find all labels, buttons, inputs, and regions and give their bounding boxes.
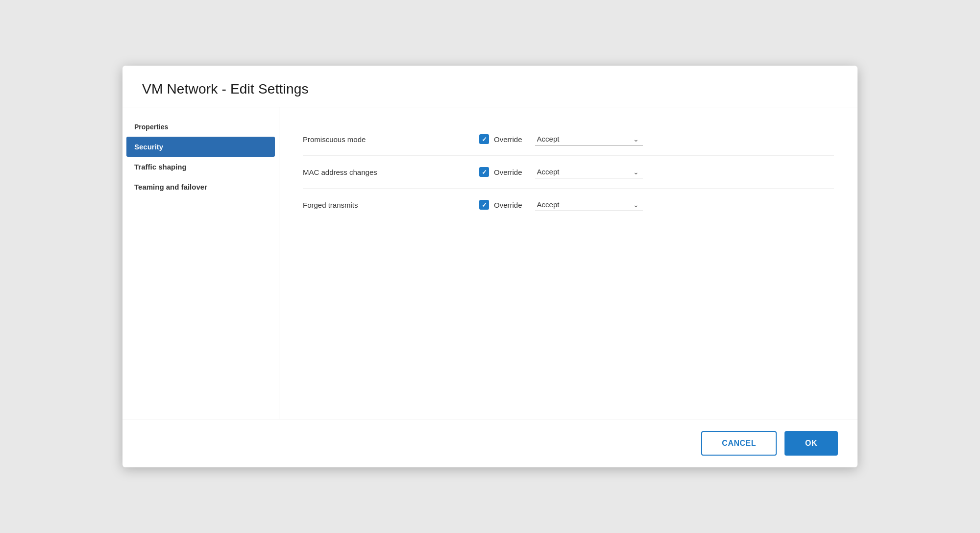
- promiscuous-mode-select-wrapper: Accept Reject ⌄: [535, 133, 643, 145]
- mac-address-changes-checkbox[interactable]: ✓: [479, 167, 489, 177]
- forged-transmits-select-wrapper: Accept Reject ⌄: [535, 198, 643, 211]
- forged-transmits-checkbox[interactable]: ✓: [479, 200, 489, 210]
- sidebar-item-security[interactable]: Security: [126, 137, 275, 157]
- sidebar: Properties Security Traffic shaping Team…: [122, 107, 279, 419]
- edit-settings-dialog: VM Network - Edit Settings Properties Se…: [122, 66, 858, 467]
- mac-address-changes-label: MAC address changes: [303, 168, 440, 176]
- cancel-button[interactable]: CANCEL: [701, 431, 777, 456]
- forged-transmits-select[interactable]: Accept Reject: [535, 198, 643, 211]
- sidebar-group-label: Properties: [122, 119, 279, 137]
- promiscuous-mode-override-section: ✓ Override Accept Reject ⌄: [479, 133, 643, 145]
- sidebar-item-teaming-failover[interactable]: Teaming and failover: [122, 177, 279, 197]
- dialog-footer: CANCEL OK: [122, 419, 858, 467]
- mac-address-changes-select-wrapper: Accept Reject ⌄: [535, 166, 643, 178]
- check-icon: ✓: [482, 169, 487, 175]
- forged-transmits-row: Forged transmits ✓ Override Accept Rejec…: [303, 189, 834, 221]
- mac-address-changes-override-label: Override: [494, 168, 522, 176]
- check-icon: ✓: [482, 136, 487, 143]
- main-content: Promiscuous mode ✓ Override Accept Rejec…: [279, 107, 858, 419]
- forged-transmits-label: Forged transmits: [303, 201, 440, 209]
- dialog-header: VM Network - Edit Settings: [122, 66, 858, 107]
- promiscuous-mode-row: Promiscuous mode ✓ Override Accept Rejec…: [303, 123, 834, 156]
- dialog-title: VM Network - Edit Settings: [142, 81, 838, 97]
- mac-address-changes-override-section: ✓ Override Accept Reject ⌄: [479, 166, 643, 178]
- promiscuous-mode-select[interactable]: Accept Reject: [535, 133, 643, 145]
- forged-transmits-override-label: Override: [494, 201, 522, 209]
- dialog-body: Properties Security Traffic shaping Team…: [122, 107, 858, 419]
- mac-address-changes-select[interactable]: Accept Reject: [535, 166, 643, 178]
- forged-transmits-override-section: ✓ Override Accept Reject ⌄: [479, 198, 643, 211]
- sidebar-item-traffic-shaping[interactable]: Traffic shaping: [122, 157, 279, 177]
- ok-button[interactable]: OK: [784, 431, 838, 456]
- check-icon: ✓: [482, 202, 487, 208]
- promiscuous-mode-label: Promiscuous mode: [303, 135, 440, 144]
- promiscuous-mode-override-label: Override: [494, 135, 522, 144]
- mac-address-changes-row: MAC address changes ✓ Override Accept Re…: [303, 156, 834, 189]
- promiscuous-mode-checkbox[interactable]: ✓: [479, 134, 489, 144]
